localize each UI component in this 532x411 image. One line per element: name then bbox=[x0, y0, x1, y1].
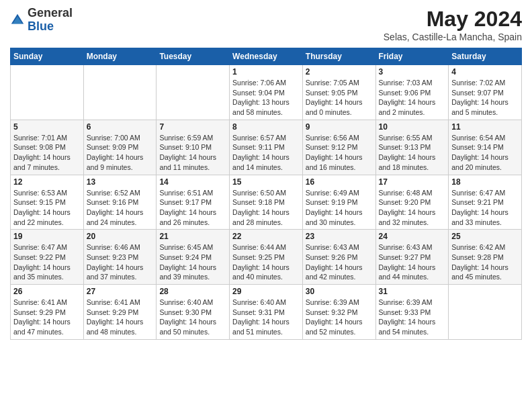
calendar-cell: 7Sunrise: 6:59 AMSunset: 9:10 PMDaylight… bbox=[157, 120, 230, 175]
day-detail: Sunrise: 6:53 AMSunset: 9:15 PMDaylight:… bbox=[13, 188, 81, 228]
calendar-cell: 25Sunrise: 6:42 AMSunset: 9:28 PMDayligh… bbox=[449, 230, 522, 285]
calendar-cell: 21Sunrise: 6:45 AMSunset: 9:24 PMDayligh… bbox=[157, 230, 230, 285]
day-number: 13 bbox=[87, 177, 154, 187]
day-detail: Sunrise: 6:59 AMSunset: 9:10 PMDaylight:… bbox=[159, 133, 226, 173]
day-detail: Sunrise: 6:49 AMSunset: 9:19 PMDaylight:… bbox=[306, 188, 373, 228]
day-number: 12 bbox=[13, 177, 81, 187]
calendar-cell: 13Sunrise: 6:52 AMSunset: 9:16 PMDayligh… bbox=[83, 175, 157, 230]
day-number: 16 bbox=[306, 177, 373, 187]
calendar-cell: 9Sunrise: 6:56 AMSunset: 9:12 PMDaylight… bbox=[302, 120, 375, 175]
day-number: 17 bbox=[379, 177, 446, 187]
calendar-cell: 8Sunrise: 6:57 AMSunset: 9:11 PMDaylight… bbox=[230, 120, 303, 175]
calendar-cell: 22Sunrise: 6:44 AMSunset: 9:25 PMDayligh… bbox=[230, 230, 303, 285]
page-header: General Blue May 2024 Selas, Castille-La… bbox=[10, 7, 522, 42]
day-number: 6 bbox=[87, 122, 154, 132]
day-number: 22 bbox=[232, 232, 300, 241]
calendar-cell: 20Sunrise: 6:46 AMSunset: 9:23 PMDayligh… bbox=[83, 230, 157, 285]
calendar-cell: 12Sunrise: 6:53 AMSunset: 9:15 PMDayligh… bbox=[11, 175, 84, 230]
calendar-cell: 2Sunrise: 7:05 AMSunset: 9:05 PMDaylight… bbox=[302, 65, 375, 120]
day-detail: Sunrise: 6:42 AMSunset: 9:28 PMDaylight:… bbox=[451, 242, 519, 282]
calendar-cell: 15Sunrise: 6:50 AMSunset: 9:18 PMDayligh… bbox=[230, 175, 303, 230]
day-detail: Sunrise: 6:50 AMSunset: 9:18 PMDaylight:… bbox=[232, 188, 300, 228]
day-detail: Sunrise: 6:44 AMSunset: 9:25 PMDaylight:… bbox=[232, 242, 300, 282]
day-number: 10 bbox=[379, 122, 446, 132]
day-number: 29 bbox=[232, 287, 300, 296]
day-number: 2 bbox=[306, 67, 373, 77]
logo-text: General Blue bbox=[28, 7, 73, 34]
weekday-header-monday: Monday bbox=[83, 48, 157, 65]
day-number: 19 bbox=[13, 232, 81, 241]
day-detail: Sunrise: 6:43 AMSunset: 9:26 PMDaylight:… bbox=[306, 242, 373, 282]
weekday-header-friday: Friday bbox=[375, 48, 449, 65]
day-number: 31 bbox=[379, 287, 446, 296]
day-detail: Sunrise: 6:39 AMSunset: 9:32 PMDaylight:… bbox=[306, 298, 373, 337]
calendar-cell: 30Sunrise: 6:39 AMSunset: 9:32 PMDayligh… bbox=[302, 285, 375, 340]
day-number: 26 bbox=[13, 287, 81, 296]
calendar-week-row: 5Sunrise: 7:01 AMSunset: 9:08 PMDaylight… bbox=[11, 120, 522, 175]
day-number: 8 bbox=[232, 122, 300, 132]
calendar-cell: 27Sunrise: 6:41 AMSunset: 9:29 PMDayligh… bbox=[83, 285, 157, 340]
calendar-cell: 3Sunrise: 7:03 AMSunset: 9:06 PMDaylight… bbox=[375, 65, 449, 120]
day-number: 3 bbox=[379, 67, 446, 77]
calendar-cell: 1Sunrise: 7:06 AMSunset: 9:04 PMDaylight… bbox=[230, 65, 303, 120]
calendar-cell: 31Sunrise: 6:39 AMSunset: 9:33 PMDayligh… bbox=[375, 285, 449, 340]
day-detail: Sunrise: 6:54 AMSunset: 9:14 PMDaylight:… bbox=[451, 133, 519, 173]
day-detail: Sunrise: 6:41 AMSunset: 9:29 PMDaylight:… bbox=[13, 298, 81, 337]
month-year-title: May 2024 bbox=[384, 7, 522, 32]
day-number: 25 bbox=[451, 232, 519, 241]
day-number: 27 bbox=[87, 287, 154, 296]
calendar-cell: 4Sunrise: 7:02 AMSunset: 9:07 PMDaylight… bbox=[449, 65, 522, 120]
day-detail: Sunrise: 6:39 AMSunset: 9:33 PMDaylight:… bbox=[379, 298, 446, 337]
day-detail: Sunrise: 7:06 AMSunset: 9:04 PMDaylight:… bbox=[232, 78, 300, 118]
day-number: 11 bbox=[451, 122, 519, 132]
day-detail: Sunrise: 6:48 AMSunset: 9:20 PMDaylight:… bbox=[379, 188, 446, 228]
calendar-cell: 28Sunrise: 6:40 AMSunset: 9:30 PMDayligh… bbox=[157, 285, 230, 340]
day-number: 28 bbox=[159, 287, 226, 296]
calendar-cell: 18Sunrise: 6:47 AMSunset: 9:21 PMDayligh… bbox=[449, 175, 522, 230]
day-detail: Sunrise: 7:03 AMSunset: 9:06 PMDaylight:… bbox=[379, 78, 446, 118]
day-detail: Sunrise: 6:41 AMSunset: 9:29 PMDaylight:… bbox=[87, 298, 154, 337]
logo-general-text: General bbox=[28, 6, 73, 19]
day-detail: Sunrise: 6:47 AMSunset: 9:21 PMDaylight:… bbox=[451, 188, 519, 228]
weekday-header-tuesday: Tuesday bbox=[157, 48, 230, 65]
calendar-table: SundayMondayTuesdayWednesdayThursdayFrid… bbox=[10, 48, 522, 340]
calendar-cell: 23Sunrise: 6:43 AMSunset: 9:26 PMDayligh… bbox=[302, 230, 375, 285]
calendar-cell: 29Sunrise: 6:40 AMSunset: 9:31 PMDayligh… bbox=[230, 285, 303, 340]
calendar-cell: 17Sunrise: 6:48 AMSunset: 9:20 PMDayligh… bbox=[375, 175, 449, 230]
calendar-cell: 11Sunrise: 6:54 AMSunset: 9:14 PMDayligh… bbox=[449, 120, 522, 175]
day-number: 21 bbox=[159, 232, 226, 241]
day-detail: Sunrise: 7:02 AMSunset: 9:07 PMDaylight:… bbox=[451, 78, 519, 118]
day-detail: Sunrise: 6:51 AMSunset: 9:17 PMDaylight:… bbox=[159, 188, 226, 228]
day-number: 7 bbox=[159, 122, 226, 132]
day-detail: Sunrise: 6:52 AMSunset: 9:16 PMDaylight:… bbox=[87, 188, 154, 228]
day-detail: Sunrise: 6:40 AMSunset: 9:31 PMDaylight:… bbox=[232, 298, 300, 337]
day-number: 1 bbox=[232, 67, 300, 77]
day-number: 4 bbox=[451, 67, 519, 77]
calendar-week-row: 26Sunrise: 6:41 AMSunset: 9:29 PMDayligh… bbox=[11, 285, 522, 340]
day-detail: Sunrise: 7:05 AMSunset: 9:05 PMDaylight:… bbox=[306, 78, 373, 118]
day-number: 30 bbox=[306, 287, 373, 296]
day-detail: Sunrise: 6:43 AMSunset: 9:27 PMDaylight:… bbox=[379, 242, 446, 282]
day-detail: Sunrise: 7:00 AMSunset: 9:09 PMDaylight:… bbox=[87, 133, 154, 173]
day-detail: Sunrise: 7:01 AMSunset: 9:08 PMDaylight:… bbox=[13, 133, 81, 173]
weekday-header-sunday: Sunday bbox=[11, 48, 84, 65]
day-number: 23 bbox=[306, 232, 373, 241]
day-number: 24 bbox=[379, 232, 446, 241]
calendar-week-row: 1Sunrise: 7:06 AMSunset: 9:04 PMDaylight… bbox=[11, 65, 522, 120]
calendar-cell: 5Sunrise: 7:01 AMSunset: 9:08 PMDaylight… bbox=[11, 120, 84, 175]
location-subtitle: Selas, Castille-La Mancha, Spain bbox=[384, 32, 522, 42]
day-number: 15 bbox=[232, 177, 300, 187]
day-detail: Sunrise: 6:55 AMSunset: 9:13 PMDaylight:… bbox=[379, 133, 446, 173]
day-number: 18 bbox=[451, 177, 519, 187]
calendar-header: SundayMondayTuesdayWednesdayThursdayFrid… bbox=[11, 48, 522, 65]
calendar-cell: 19Sunrise: 6:47 AMSunset: 9:22 PMDayligh… bbox=[11, 230, 84, 285]
day-detail: Sunrise: 6:47 AMSunset: 9:22 PMDaylight:… bbox=[13, 242, 81, 282]
calendar-cell: 10Sunrise: 6:55 AMSunset: 9:13 PMDayligh… bbox=[375, 120, 449, 175]
weekday-header-row: SundayMondayTuesdayWednesdayThursdayFrid… bbox=[11, 48, 522, 65]
day-detail: Sunrise: 6:40 AMSunset: 9:30 PMDaylight:… bbox=[159, 298, 226, 337]
day-number: 20 bbox=[87, 232, 154, 241]
calendar-week-row: 19Sunrise: 6:47 AMSunset: 9:22 PMDayligh… bbox=[11, 230, 522, 285]
day-detail: Sunrise: 6:45 AMSunset: 9:24 PMDaylight:… bbox=[159, 242, 226, 282]
calendar-cell: 14Sunrise: 6:51 AMSunset: 9:17 PMDayligh… bbox=[157, 175, 230, 230]
calendar-cell: 16Sunrise: 6:49 AMSunset: 9:19 PMDayligh… bbox=[302, 175, 375, 230]
